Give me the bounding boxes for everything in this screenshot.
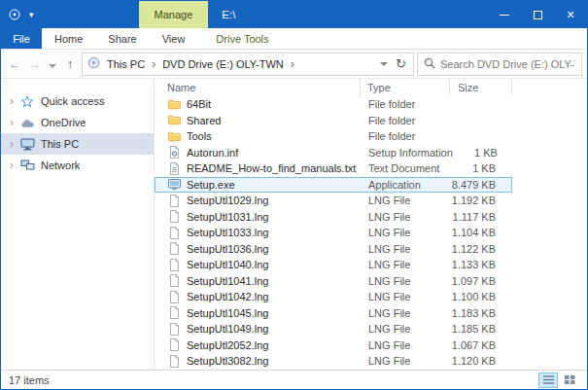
close-icon: ×: [567, 8, 574, 21]
forward-button[interactable]: →: [26, 58, 44, 70]
text-file-icon: [167, 162, 181, 175]
file-list-pane: Name Type Size 64BitFile folderSharedFil…: [155, 79, 587, 370]
file-type: LNG File: [362, 259, 451, 270]
file-size: 1.183 KB: [451, 307, 502, 319]
minimize-button[interactable]: [488, 1, 521, 28]
file-type: LNG File: [362, 243, 451, 255]
breadcrumb-this-pc[interactable]: This PC: [104, 58, 148, 70]
file-name: Autorun.inf: [187, 147, 238, 159]
file-row-setuputl1031-lng[interactable]: SetupUtl1031.lngLNG File1.117 KB: [155, 209, 512, 226]
file-name-cell: Setup.exe: [156, 179, 362, 191]
minimize-icon: [500, 15, 509, 16]
maximize-button[interactable]: [521, 1, 554, 28]
network-icon: [18, 160, 36, 171]
sidebar-item-label: This PC: [41, 138, 79, 150]
column-header-type[interactable]: Type: [361, 79, 450, 96]
folder-file-icon: [167, 131, 181, 142]
file-name-cell: Autorun.inf: [156, 146, 362, 159]
column-header-size[interactable]: Size: [450, 79, 512, 96]
quick-access-toolbar-chevron-icon[interactable]: ▾: [29, 10, 34, 19]
search-box[interactable]: [417, 53, 582, 76]
file-name: 64Bit: [187, 98, 211, 110]
tab-share[interactable]: Share: [95, 28, 149, 49]
file-size: 1.122 KB: [451, 243, 502, 255]
address-dropdown-icon[interactable]: [380, 62, 388, 66]
file-type: LNG File: [362, 227, 451, 238]
sidebar-item-label: Network: [41, 160, 80, 171]
drive-icon: [9, 9, 20, 20]
file-row-setup-exe[interactable]: Setup.exeApplication8.479 KB: [155, 177, 512, 194]
breadcrumb-separator-icon[interactable]: ›: [291, 57, 294, 71]
sidebar-item-label: Quick access: [41, 95, 104, 107]
file-type: LNG File: [362, 275, 451, 287]
refresh-icon[interactable]: ↻: [396, 56, 406, 71]
file-name-cell: SetupUtl1042.lng: [156, 291, 362, 303]
sidebar-item-label: OneDrive: [41, 117, 86, 128]
address-bar[interactable]: This PC › DVD Drive (E:) OLY-TWN › ↻: [82, 53, 414, 76]
file-row-autorun-inf[interactable]: Autorun.infSetup Information1 KB: [155, 145, 512, 161]
tab-file[interactable]: File: [1, 28, 42, 49]
tab-view[interactable]: View: [150, 28, 198, 49]
file-row-64bit[interactable]: 64BitFile folder: [155, 96, 512, 113]
file-row-tools[interactable]: ToolsFile folder: [155, 128, 512, 145]
file-row-setuputl1029-lng[interactable]: SetupUtl1029.lngLNG File1.192 KB: [155, 193, 512, 209]
file-type: LNG File: [362, 323, 451, 335]
file-name: Setup.exe: [187, 179, 235, 191]
file-size: 1.067 KB: [451, 339, 502, 351]
search-icon: [424, 55, 435, 73]
file-row-setuputl1042-lng[interactable]: SetupUtl1042.lngLNG File1.100 KB: [155, 289, 512, 305]
close-button[interactable]: ×: [554, 1, 587, 28]
file-size: 1.104 KB: [451, 227, 502, 238]
column-headers: Name Type Size: [155, 79, 512, 96]
tab-home[interactable]: Home: [42, 28, 95, 49]
file-name: SetupUtl1031.lng: [187, 211, 268, 223]
expand-chevron-icon[interactable]: ›: [5, 137, 18, 151]
back-button[interactable]: ←: [6, 58, 23, 70]
file-row-setuputl2052-lng[interactable]: SetupUtl2052.lngLNG File1.067 KB: [155, 337, 512, 354]
file-type: LNG File: [362, 195, 451, 206]
thumbnails-view-button[interactable]: [560, 372, 579, 388]
sidebar-item-quick-access[interactable]: ›Quick access: [1, 90, 154, 112]
star-icon: [18, 95, 36, 108]
file-type: Text Document: [362, 162, 451, 174]
file-row-setuputl1040-lng[interactable]: SetupUtl1040.lngLNG File1.133 KB: [155, 257, 512, 273]
file-row-readme-how-to-find-manuals-txt[interactable]: README_How-to_find_manuals.txtText Docum…: [155, 160, 512, 177]
contextual-group-manage[interactable]: Manage: [139, 1, 209, 28]
breadcrumb-dvd-drive[interactable]: DVD Drive (E:) OLY-TWN: [159, 58, 287, 70]
file-size: 1 KB: [453, 147, 503, 159]
cloud-icon: [18, 118, 36, 128]
file-name-cell: SetupUtl1029.lng: [156, 195, 362, 207]
file-row-setuputl1049-lng[interactable]: SetupUtl1049.lngLNG File1.185 KB: [155, 321, 512, 337]
expand-chevron-icon[interactable]: ›: [5, 116, 18, 129]
file-row-setuputl3082-lng[interactable]: SetupUtl3082.lngLNG File1.120 KB: [155, 353, 512, 370]
file-row-setuputl1036-lng[interactable]: SetupUtl1036.lngLNG File1.122 KB: [155, 241, 512, 258]
search-input[interactable]: [440, 58, 575, 70]
sidebar-item-onedrive[interactable]: ›OneDrive: [1, 112, 154, 133]
file-row-setuputl1033-lng[interactable]: SetupUtl1033.lngLNG File1.104 KB: [155, 225, 512, 241]
file-name: SetupUtl1040.lng: [187, 259, 268, 270]
file-row-setuputl1045-lng[interactable]: SetupUtl1045.lngLNG File1.183 KB: [155, 305, 512, 322]
file-name: SetupUtl1029.lng: [187, 195, 268, 206]
tab-drive-tools[interactable]: Drive Tools: [203, 28, 281, 49]
lng-file-icon: [167, 291, 181, 303]
breadcrumb-separator-icon[interactable]: ›: [152, 57, 156, 71]
file-size: 1.117 KB: [451, 211, 502, 223]
sidebar-item-network[interactable]: ›Network: [1, 155, 154, 176]
file-name-cell: SetupUtl1045.lng: [156, 306, 362, 319]
recent-locations-dropdown[interactable]: [47, 58, 58, 70]
file-name: Tools: [187, 130, 212, 142]
sidebar-item-this-pc[interactable]: ›This PC: [1, 133, 154, 155]
file-name-cell: SetupUtl1033.lng: [156, 227, 362, 239]
view-switcher: [538, 372, 579, 388]
up-button[interactable]: ↑: [61, 58, 79, 70]
expand-chevron-icon[interactable]: ›: [5, 94, 18, 108]
file-row-shared[interactable]: SharedFile folder: [155, 113, 512, 129]
file-name-cell: SetupUtl2052.lng: [156, 338, 362, 351]
column-header-name[interactable]: Name: [155, 79, 361, 96]
file-name-cell: SetupUtl1049.lng: [156, 323, 362, 336]
lng-file-icon: [167, 242, 181, 255]
file-type: File folder: [362, 130, 451, 142]
details-view-button[interactable]: [538, 372, 558, 388]
file-row-setuputl1041-lng[interactable]: SetupUtl1041.lngLNG File1.097 KB: [155, 273, 512, 290]
expand-chevron-icon[interactable]: ›: [5, 159, 18, 172]
